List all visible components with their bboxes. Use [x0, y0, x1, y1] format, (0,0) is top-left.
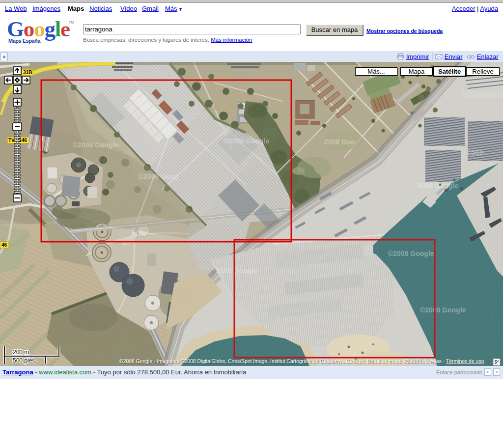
svg-text:46: 46 [1, 242, 7, 248]
svg-text:500 pies: 500 pies [13, 357, 35, 364]
svg-text:©2008 Google - Imágenes ©2008: ©2008 Google - Imágenes ©2008 DigitalGlo… [119, 359, 484, 364]
svg-text:200 m: 200 m [13, 349, 29, 356]
svg-text:31B: 31B [23, 70, 32, 75]
